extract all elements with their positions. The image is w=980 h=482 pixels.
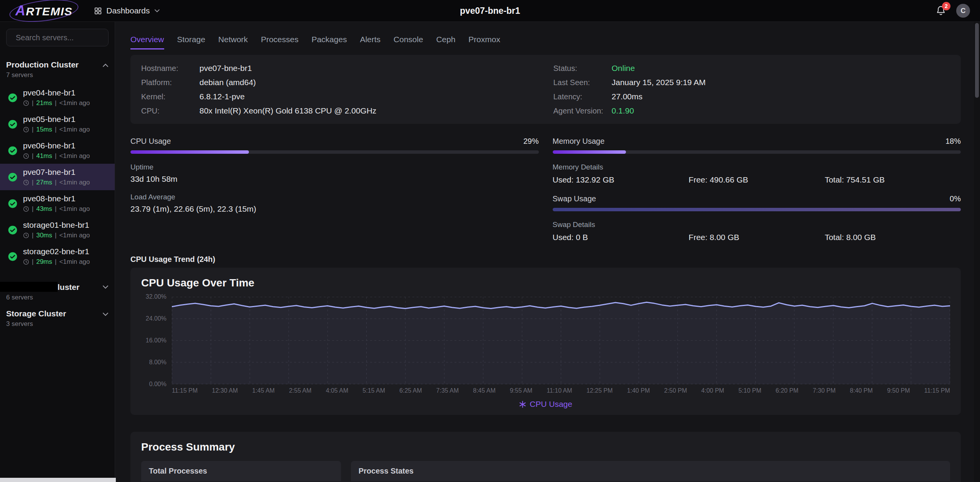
swap-usage-meter: Swap Usage 0% bbox=[553, 194, 961, 203]
server-item-pve05-bne-br1[interactable]: pve05-bne-br1|15ms|<1min ago bbox=[0, 111, 115, 137]
tab-network[interactable]: Network bbox=[218, 35, 248, 49]
swap-free: Free: 8.00 GB bbox=[688, 233, 825, 242]
metrics-section: CPU Usage 29% Uptime 33d 10h 58m Load Av… bbox=[130, 137, 961, 242]
sidebar: Production Cluster 7 servers pve04-bne-b… bbox=[0, 22, 115, 482]
dashboards-menu[interactable]: Dashboards bbox=[94, 6, 160, 15]
memory-details-label: Memory Details bbox=[553, 163, 961, 171]
check-circle-icon bbox=[8, 93, 18, 103]
memory-details-row: Used: 132.92 GB Free: 490.66 GB Total: 7… bbox=[553, 175, 961, 184]
cpu-usage-meter: CPU Usage 29% bbox=[130, 137, 539, 146]
info-value: Online bbox=[612, 64, 635, 73]
tab-console[interactable]: Console bbox=[394, 35, 423, 49]
cpu-usage-bar bbox=[130, 150, 539, 154]
clock-icon bbox=[23, 179, 29, 186]
y-tick: 32.00% bbox=[146, 293, 166, 300]
tab-proxmox[interactable]: Proxmox bbox=[468, 35, 500, 49]
info-row: Kernel:6.8.12-1-pve bbox=[141, 89, 538, 104]
cluster-header-production[interactable]: Production Cluster 7 servers bbox=[0, 56, 115, 83]
x-tick: 1:40 PM bbox=[627, 387, 650, 394]
y-tick: 0.00% bbox=[149, 381, 166, 388]
tab-alerts[interactable]: Alerts bbox=[360, 35, 380, 49]
server-name: pve04-bne-br1 bbox=[23, 88, 90, 97]
server-item-pve07-bne-br1[interactable]: pve07-bne-br1|27ms|<1min ago bbox=[0, 164, 115, 190]
chart-x-axis: 11:15 PM12:30 AM1:45 AM2:55 AM4:05 AM5:1… bbox=[172, 387, 950, 394]
x-tick: 6:25 AM bbox=[399, 387, 422, 394]
cpu-trend-label: CPU Usage Trend (24h) bbox=[130, 255, 961, 264]
info-row: Agent Version:0.1.90 bbox=[553, 104, 950, 118]
user-avatar[interactable]: C bbox=[956, 4, 970, 18]
server-meta: |29ms|<1min ago bbox=[23, 258, 90, 266]
swap-used: Used: 0 B bbox=[553, 233, 689, 242]
x-tick: 5:15 AM bbox=[362, 387, 385, 394]
info-row: Platform:debian (amd64) bbox=[141, 75, 538, 89]
check-circle-icon bbox=[8, 225, 18, 235]
swap-details-row: Used: 0 B Free: 8.00 GB Total: 8.00 GB bbox=[553, 233, 961, 242]
info-row: Last Seen:January 15, 2025 9:19 AM bbox=[553, 75, 950, 89]
cluster-name: Production Cluster bbox=[6, 60, 79, 69]
x-tick: 9:55 AM bbox=[510, 387, 532, 394]
memory-usage-bar bbox=[553, 150, 961, 154]
tab-storage[interactable]: Storage bbox=[177, 35, 206, 49]
server-item-pve06-bne-br1[interactable]: pve06-bne-br1|41ms|<1min ago bbox=[0, 137, 115, 164]
memory-usage-percent: 18% bbox=[945, 137, 961, 146]
server-name: storage02-bne-br1 bbox=[23, 247, 90, 256]
server-last-seen: <1min ago bbox=[59, 99, 90, 107]
server-search bbox=[6, 29, 109, 46]
cpu-usage-bar-fill bbox=[130, 150, 249, 154]
server-latency: 15ms bbox=[36, 126, 52, 133]
clock-icon bbox=[23, 153, 29, 159]
server-item-storage01-bne-br1[interactable]: storage01-bne-br1|30ms|<1min ago bbox=[0, 217, 115, 243]
search-input[interactable] bbox=[16, 33, 117, 42]
dashboards-label: Dashboards bbox=[106, 6, 150, 15]
cluster-header-redacted[interactable]: luster 6 servers bbox=[0, 278, 115, 305]
server-item-storage02-bne-br1[interactable]: storage02-bne-br1|29ms|<1min ago bbox=[0, 243, 115, 270]
grid-icon bbox=[94, 7, 102, 15]
x-tick: 7:35 AM bbox=[436, 387, 459, 394]
tab-packages[interactable]: Packages bbox=[311, 35, 347, 49]
server-item-pve08-bne-br1[interactable]: pve08-bne-br1|43ms|<1min ago bbox=[0, 190, 115, 217]
info-label: Last Seen: bbox=[553, 78, 612, 87]
cpu-usage-percent: 29% bbox=[523, 137, 539, 146]
x-tick: 7:30 PM bbox=[813, 387, 836, 394]
metrics-left: CPU Usage 29% Uptime 33d 10h 58m Load Av… bbox=[130, 137, 539, 242]
vertical-scrollbar[interactable] bbox=[974, 22, 980, 482]
server-meta: |43ms|<1min ago bbox=[23, 205, 90, 213]
server-item-pve04-bne-br1[interactable]: pve04-bne-br1|21ms|<1min ago bbox=[0, 84, 115, 111]
info-row: CPU:80x Intel(R) Xeon(R) Gold 6138 CPU @… bbox=[141, 104, 538, 118]
info-label: CPU: bbox=[141, 107, 199, 115]
clock-icon bbox=[23, 100, 29, 106]
x-tick: 2:55 AM bbox=[289, 387, 311, 394]
cpu-usage-label: CPU Usage bbox=[130, 137, 171, 146]
info-row: Latency:27.00ms bbox=[553, 89, 950, 104]
x-tick: 12:25 PM bbox=[586, 387, 613, 394]
chart-y-axis: 32.00%24.00%16.00%8.00%0.00% bbox=[141, 297, 172, 384]
server-name: pve08-bne-br1 bbox=[23, 194, 90, 203]
clock-icon bbox=[23, 127, 29, 133]
tab-ceph[interactable]: Ceph bbox=[436, 35, 455, 49]
swap-usage-label: Swap Usage bbox=[553, 194, 596, 203]
check-circle-icon bbox=[8, 172, 18, 182]
tab-overview[interactable]: Overview bbox=[130, 35, 164, 49]
notifications-button[interactable]: 2 bbox=[936, 5, 946, 16]
check-circle-icon bbox=[8, 252, 18, 262]
artemis-logo[interactable]: ARTEMIS bbox=[10, 2, 78, 20]
cpu-chart-plot bbox=[172, 297, 950, 384]
server-meta: |41ms|<1min ago bbox=[23, 152, 90, 160]
x-tick: 12:30 AM bbox=[212, 387, 238, 394]
tab-bar: OverviewStorageNetworkProcessesPackagesA… bbox=[130, 22, 961, 49]
x-tick: 2:50 PM bbox=[664, 387, 687, 394]
cluster-count: 3 servers bbox=[6, 320, 66, 328]
swap-usage-percent: 0% bbox=[950, 194, 961, 203]
x-tick: 11:15 PM bbox=[172, 387, 198, 394]
scrollbar-thumb[interactable] bbox=[975, 23, 979, 98]
cluster-header-storage[interactable]: Storage Cluster 3 servers bbox=[0, 305, 115, 332]
legend-label: CPU Usage bbox=[530, 400, 572, 409]
swap-usage-bar bbox=[553, 208, 961, 211]
chart-legend[interactable]: CPU Usage bbox=[141, 400, 950, 409]
info-col-left: Hostname:pve07-bne-br1Platform:debian (a… bbox=[141, 61, 538, 118]
tab-processes[interactable]: Processes bbox=[261, 35, 298, 49]
memory-usage-meter: Memory Usage 18% bbox=[553, 137, 961, 146]
x-tick: 1:45 AM bbox=[252, 387, 275, 394]
server-last-seen: <1min ago bbox=[59, 205, 90, 213]
page-title: pve07-bne-br1 bbox=[460, 6, 520, 16]
